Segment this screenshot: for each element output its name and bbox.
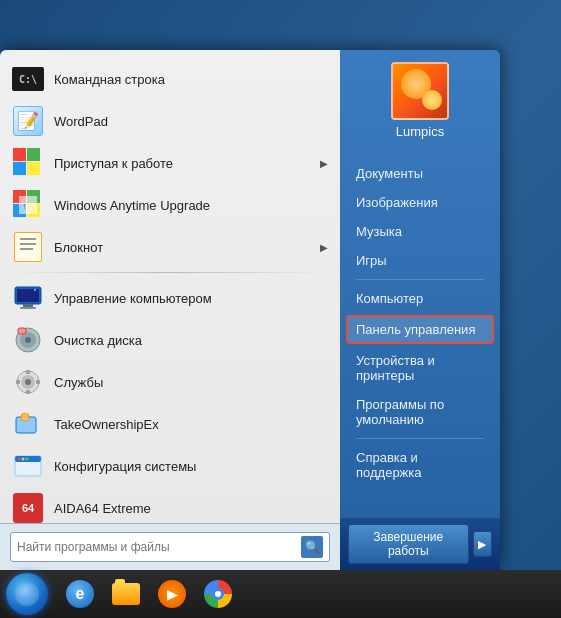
menu-item-aida[interactable]: 64 AIDA64 Extreme [0,487,340,523]
compmgmt-icon [12,282,44,314]
svg-rect-25 [36,380,40,384]
svg-rect-23 [26,390,30,394]
menu-item-wordpad[interactable]: 📝 WordPad [0,100,340,142]
menu-item-services-label: Службы [54,375,328,390]
svg-point-21 [25,379,31,385]
menu-item-msconfig[interactable]: Конфигурация системы [0,445,340,487]
svg-rect-2 [13,162,26,175]
taskbar-item-mediaplayer[interactable]: ▶ [150,574,194,614]
menu-item-notepad-label: Блокнот [54,240,320,255]
menu-item-compmgmt[interactable]: Управление компьютером [0,277,340,319]
svg-rect-24 [16,380,20,384]
svg-rect-12 [23,304,33,307]
svg-rect-13 [20,307,36,309]
menu-item-cmd[interactable]: C:\ Командная строка [0,58,340,100]
start-menu: C:\ Командная строка 📝 WordPad [0,50,500,570]
menu-item-wordpad-label: WordPad [54,114,328,129]
username-label: Lumpics [396,120,444,147]
right-divider-2 [356,438,484,439]
anytime-icon: ↑ [12,189,44,221]
menu-item-cleanup[interactable]: Очистка диска [0,319,340,361]
svg-point-17 [25,337,31,343]
search-bar: 🔍 [0,523,340,570]
start-orb-inner [15,582,39,606]
search-button[interactable]: 🔍 [301,536,323,558]
aida-icon: 64 [12,492,44,523]
menu-items-list: C:\ Командная строка 📝 WordPad [0,50,340,523]
chrome-icon [204,580,232,608]
user-avatar[interactable] [391,62,449,120]
right-item-music[interactable]: Музыка [340,217,500,246]
right-menu-items: Документы Изображения Музыка Игры Комп [340,155,500,518]
menu-item-notepad[interactable]: Блокнот ▶ [0,226,340,268]
menu-item-anytime-label: Windows Anytime Upgrade [54,198,328,213]
user-avatar-area: Lumpics [340,50,500,155]
menu-item-cmd-label: Командная строка [54,72,328,87]
right-item-games[interactable]: Игры [340,246,500,275]
search-input[interactable] [17,540,301,554]
shutdown-arrow-button[interactable]: ▶ [473,531,492,557]
right-item-control[interactable]: Панель управления [346,315,494,344]
menu-item-takeown-label: TakeOwnershipEx [54,417,328,432]
start-button[interactable] [0,570,54,618]
start-orb [6,573,48,615]
right-item-devices[interactable]: Устройства и принтеры [340,346,500,390]
svg-rect-11 [17,289,39,302]
taskbar-item-chrome[interactable] [196,574,240,614]
menu-item-anytime[interactable]: ↑ Windows Anytime Upgrade [0,184,340,226]
start-bottom-bar: Завершение работы ▶ [340,518,500,570]
explorer-icon [112,583,140,605]
menu-item-getstarted-label: Приступая к работе [54,156,320,171]
svg-text:↑: ↑ [22,201,27,211]
right-item-defaults[interactable]: Программы по умолчанию [340,390,500,434]
right-divider-1 [356,279,484,280]
taskbar-item-ie[interactable]: e [58,574,102,614]
svg-rect-22 [26,370,30,374]
cmd-icon: C:\ [12,63,44,95]
desktop: C:\ Командная строка 📝 WordPad [0,0,561,618]
svg-point-14 [34,289,36,291]
ie-icon: e [66,580,94,608]
start-menu-left: C:\ Командная строка 📝 WordPad [0,50,340,570]
search-input-wrap: 🔍 [10,532,330,562]
right-item-computer[interactable]: Компьютер [340,284,500,313]
menu-item-getstarted[interactable]: Приступая к работе ▶ [0,142,340,184]
getstarted-icon [12,147,44,179]
wordpad-icon: 📝 [12,105,44,137]
menu-item-cleanup-label: Очистка диска [54,333,328,348]
notepad-arrow: ▶ [320,242,328,253]
menu-item-aida-label: AIDA64 Extreme [54,501,328,516]
taskbar-item-explorer[interactable] [104,574,148,614]
right-item-images[interactable]: Изображения [340,188,500,217]
taskbar-items: e ▶ [54,574,244,614]
services-icon [12,366,44,398]
svg-point-33 [26,458,29,461]
svg-point-28 [22,413,28,419]
menu-divider-1 [12,272,328,273]
svg-rect-1 [27,148,40,161]
taskbar: e ▶ [0,570,561,618]
svg-point-32 [22,458,25,461]
avatar-image [393,64,447,118]
mediaplayer-icon: ▶ [158,580,186,608]
right-item-documents[interactable]: Документы [340,159,500,188]
menu-item-services[interactable]: Службы [0,361,340,403]
svg-point-31 [18,458,21,461]
getstarted-arrow: ▶ [320,158,328,169]
menu-item-takeown[interactable]: TakeOwnershipEx [0,403,340,445]
cleanup-icon [12,324,44,356]
menu-item-compmgmt-label: Управление компьютером [54,291,328,306]
svg-rect-18 [18,328,26,334]
svg-rect-3 [27,162,40,175]
notepad-icon [12,231,44,263]
takeown-icon [12,408,44,440]
right-item-help[interactable]: Справка и поддержка [340,443,500,487]
msconfig-icon [12,450,44,482]
shutdown-button[interactable]: Завершение работы [348,524,469,564]
menu-item-msconfig-label: Конфигурация системы [54,459,328,474]
start-menu-right: Lumpics Документы Изображения Музыка Игр… [340,50,500,570]
svg-rect-0 [13,148,26,161]
